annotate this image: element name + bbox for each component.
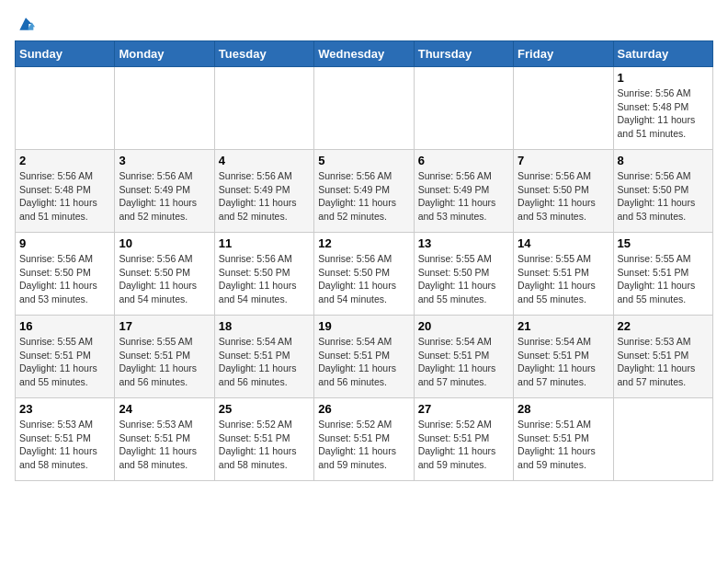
calendar-cell: 17Sunrise: 5:55 AMSunset: 5:51 PMDayligh… <box>115 316 214 398</box>
calendar-table: SundayMondayTuesdayWednesdayThursdayFrid… <box>15 40 713 481</box>
calendar-cell: 12Sunrise: 5:56 AMSunset: 5:50 PMDayligh… <box>314 233 414 316</box>
day-info: Sunrise: 5:52 AMSunset: 5:51 PMDaylight:… <box>318 418 409 472</box>
day-number: 19 <box>318 319 409 333</box>
day-number: 3 <box>119 154 210 167</box>
calendar-cell: 16Sunrise: 5:55 AMSunset: 5:51 PMDayligh… <box>16 316 115 398</box>
calendar-cell <box>414 67 513 150</box>
calendar-cell: 7Sunrise: 5:56 AMSunset: 5:50 PMDaylight… <box>514 150 613 233</box>
calendar-week-row: 23Sunrise: 5:53 AMSunset: 5:51 PMDayligh… <box>16 398 713 481</box>
calendar-cell: 8Sunrise: 5:56 AMSunset: 5:50 PMDaylight… <box>613 150 712 233</box>
calendar-cell: 19Sunrise: 5:54 AMSunset: 5:51 PMDayligh… <box>314 316 414 398</box>
day-info: Sunrise: 5:56 AMSunset: 5:50 PMDaylight:… <box>318 252 409 306</box>
calendar-week-row: 16Sunrise: 5:55 AMSunset: 5:51 PMDayligh… <box>16 316 713 398</box>
calendar-cell: 3Sunrise: 5:56 AMSunset: 5:49 PMDaylight… <box>115 150 214 233</box>
logo-icon <box>17 15 35 33</box>
day-number: 20 <box>418 319 509 333</box>
calendar-header-row: SundayMondayTuesdayWednesdayThursdayFrid… <box>16 41 713 67</box>
day-info: Sunrise: 5:51 AMSunset: 5:51 PMDaylight:… <box>518 418 609 472</box>
day-number: 21 <box>518 319 609 333</box>
calendar-cell: 20Sunrise: 5:54 AMSunset: 5:51 PMDayligh… <box>414 316 513 398</box>
calendar-cell: 5Sunrise: 5:56 AMSunset: 5:49 PMDaylight… <box>314 150 414 233</box>
day-number: 10 <box>119 236 210 250</box>
calendar-cell: 15Sunrise: 5:55 AMSunset: 5:51 PMDayligh… <box>613 233 712 316</box>
day-info: Sunrise: 5:54 AMSunset: 5:51 PMDaylight:… <box>418 335 509 389</box>
day-info: Sunrise: 5:52 AMSunset: 5:51 PMDaylight:… <box>418 418 509 472</box>
day-info: Sunrise: 5:56 AMSunset: 5:50 PMDaylight:… <box>219 252 310 306</box>
calendar-week-row: 2Sunrise: 5:56 AMSunset: 5:48 PMDaylight… <box>16 150 713 233</box>
calendar-header-friday: Friday <box>514 41 613 67</box>
day-info: Sunrise: 5:54 AMSunset: 5:51 PMDaylight:… <box>219 335 310 389</box>
calendar-cell: 23Sunrise: 5:53 AMSunset: 5:51 PMDayligh… <box>16 398 115 481</box>
calendar-header-tuesday: Tuesday <box>214 41 313 67</box>
calendar-cell: 28Sunrise: 5:51 AMSunset: 5:51 PMDayligh… <box>514 398 613 481</box>
calendar-cell: 24Sunrise: 5:53 AMSunset: 5:51 PMDayligh… <box>115 398 214 481</box>
calendar-cell: 2Sunrise: 5:56 AMSunset: 5:48 PMDaylight… <box>16 150 115 233</box>
day-info: Sunrise: 5:56 AMSunset: 5:48 PMDaylight:… <box>19 169 110 224</box>
day-info: Sunrise: 5:56 AMSunset: 5:50 PMDaylight:… <box>119 252 210 306</box>
day-number: 17 <box>119 319 210 333</box>
calendar-header-wednesday: Wednesday <box>314 41 414 67</box>
calendar-cell <box>613 398 712 481</box>
day-number: 23 <box>19 402 110 416</box>
calendar-cell: 21Sunrise: 5:54 AMSunset: 5:51 PMDayligh… <box>514 316 613 398</box>
day-number: 12 <box>318 236 409 250</box>
day-number: 4 <box>219 154 310 167</box>
day-info: Sunrise: 5:53 AMSunset: 5:51 PMDaylight:… <box>19 418 110 472</box>
day-info: Sunrise: 5:54 AMSunset: 5:51 PMDaylight:… <box>318 335 409 389</box>
calendar-cell <box>514 67 613 150</box>
day-number: 24 <box>119 402 210 416</box>
calendar-cell: 6Sunrise: 5:56 AMSunset: 5:49 PMDaylight… <box>414 150 513 233</box>
day-info: Sunrise: 5:56 AMSunset: 5:50 PMDaylight:… <box>518 169 609 224</box>
day-number: 8 <box>618 154 709 167</box>
day-number: 6 <box>418 154 509 167</box>
calendar-week-row: 1Sunrise: 5:56 AMSunset: 5:48 PMDaylight… <box>16 67 713 150</box>
calendar-header-thursday: Thursday <box>414 41 513 67</box>
calendar-week-row: 9Sunrise: 5:56 AMSunset: 5:50 PMDaylight… <box>16 233 713 316</box>
day-number: 14 <box>518 236 609 250</box>
day-info: Sunrise: 5:56 AMSunset: 5:49 PMDaylight:… <box>119 169 210 224</box>
calendar-cell <box>115 67 214 150</box>
calendar-header-monday: Monday <box>115 41 214 67</box>
day-info: Sunrise: 5:56 AMSunset: 5:49 PMDaylight:… <box>318 169 409 224</box>
day-info: Sunrise: 5:54 AMSunset: 5:51 PMDaylight:… <box>518 335 609 389</box>
calendar-header-sunday: Sunday <box>16 41 115 67</box>
calendar-cell: 4Sunrise: 5:56 AMSunset: 5:49 PMDaylight… <box>214 150 313 233</box>
calendar-cell: 27Sunrise: 5:52 AMSunset: 5:51 PMDayligh… <box>414 398 513 481</box>
day-number: 25 <box>219 402 310 416</box>
logo <box>15 15 35 33</box>
calendar-cell: 11Sunrise: 5:56 AMSunset: 5:50 PMDayligh… <box>214 233 313 316</box>
day-info: Sunrise: 5:56 AMSunset: 5:48 PMDaylight:… <box>618 86 709 141</box>
calendar-cell <box>214 67 313 150</box>
day-number: 13 <box>418 236 509 250</box>
calendar-cell: 13Sunrise: 5:55 AMSunset: 5:50 PMDayligh… <box>414 233 513 316</box>
page-header <box>15 15 713 33</box>
calendar-cell: 9Sunrise: 5:56 AMSunset: 5:50 PMDaylight… <box>16 233 115 316</box>
day-number: 18 <box>219 319 310 333</box>
day-number: 7 <box>518 154 609 167</box>
day-info: Sunrise: 5:56 AMSunset: 5:49 PMDaylight:… <box>219 169 310 224</box>
day-info: Sunrise: 5:53 AMSunset: 5:51 PMDaylight:… <box>119 418 210 472</box>
day-number: 11 <box>219 236 310 250</box>
calendar-cell: 18Sunrise: 5:54 AMSunset: 5:51 PMDayligh… <box>214 316 313 398</box>
day-number: 26 <box>318 402 409 416</box>
calendar-cell <box>16 67 115 150</box>
day-number: 22 <box>618 319 709 333</box>
day-number: 27 <box>418 402 509 416</box>
calendar-cell <box>314 67 414 150</box>
day-info: Sunrise: 5:52 AMSunset: 5:51 PMDaylight:… <box>219 418 310 472</box>
day-info: Sunrise: 5:55 AMSunset: 5:51 PMDaylight:… <box>618 252 709 306</box>
day-info: Sunrise: 5:53 AMSunset: 5:51 PMDaylight:… <box>618 335 709 389</box>
calendar-cell: 10Sunrise: 5:56 AMSunset: 5:50 PMDayligh… <box>115 233 214 316</box>
day-info: Sunrise: 5:56 AMSunset: 5:50 PMDaylight:… <box>19 252 110 306</box>
day-number: 16 <box>19 319 110 333</box>
calendar-cell: 26Sunrise: 5:52 AMSunset: 5:51 PMDayligh… <box>314 398 414 481</box>
day-info: Sunrise: 5:55 AMSunset: 5:51 PMDaylight:… <box>518 252 609 306</box>
day-info: Sunrise: 5:55 AMSunset: 5:51 PMDaylight:… <box>19 335 110 389</box>
calendar-header-saturday: Saturday <box>613 41 712 67</box>
day-number: 15 <box>618 236 709 250</box>
day-number: 9 <box>19 236 110 250</box>
calendar-cell: 14Sunrise: 5:55 AMSunset: 5:51 PMDayligh… <box>514 233 613 316</box>
calendar-cell: 22Sunrise: 5:53 AMSunset: 5:51 PMDayligh… <box>613 316 712 398</box>
day-number: 5 <box>318 154 409 167</box>
day-info: Sunrise: 5:56 AMSunset: 5:49 PMDaylight:… <box>418 169 509 224</box>
